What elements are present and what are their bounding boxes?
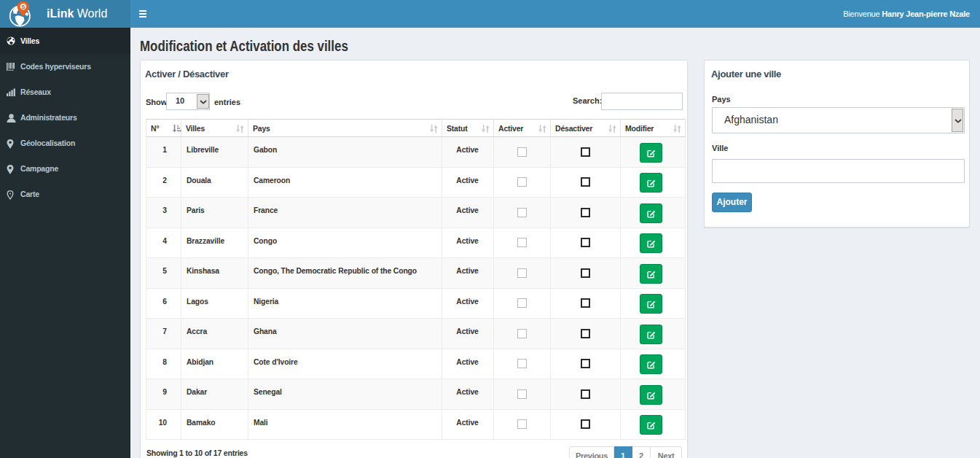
svg-text:S: S [21, 4, 26, 10]
